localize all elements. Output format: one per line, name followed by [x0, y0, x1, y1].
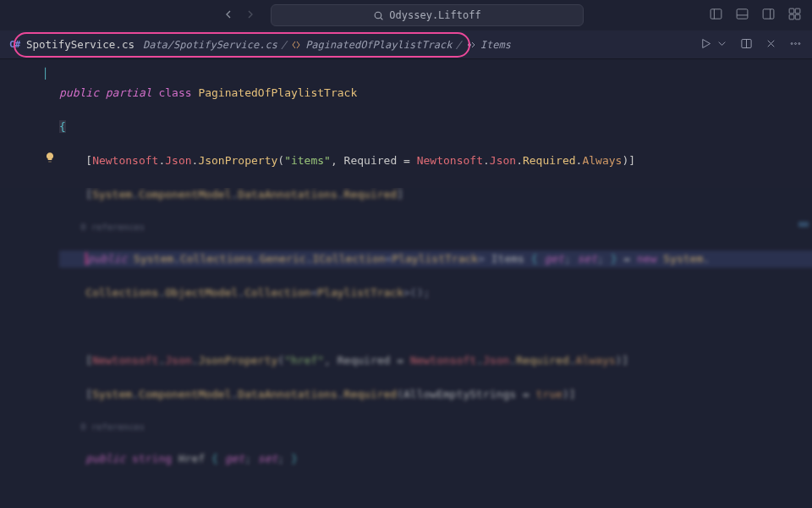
- code-content[interactable]: public partial class PaginatedOfPlaylist…: [59, 59, 812, 508]
- csharp-file-icon: C#: [8, 38, 21, 51]
- title-bar: Odyssey.Liftoff: [0, 0, 812, 30]
- svg-rect-6: [763, 9, 774, 19]
- svg-point-0: [375, 12, 381, 19]
- more-actions-icon[interactable]: [789, 37, 802, 52]
- breadcrumb-class: PaginatedOfPlaylistTrack: [305, 39, 452, 51]
- close-tab-button[interactable]: [765, 37, 777, 52]
- run-button[interactable]: [700, 37, 712, 52]
- svg-rect-10: [789, 14, 794, 19]
- svg-line-1: [381, 17, 382, 19]
- tab-spotifyservice[interactable]: C# SpotifyService.cs: [0, 30, 143, 58]
- svg-point-20: [798, 42, 800, 44]
- forward-button[interactable]: [244, 8, 257, 24]
- svg-point-18: [791, 42, 793, 44]
- code-editor[interactable]: │ public partial class PaginatedOfPlayli…: [0, 59, 812, 508]
- breadcrumb-member: Items: [480, 39, 511, 51]
- svg-point-19: [795, 42, 797, 44]
- property-icon: [465, 39, 477, 51]
- search-icon: [373, 10, 384, 21]
- search-text: Odyssey.Liftoff: [389, 9, 480, 21]
- layout-toggle-right-icon[interactable]: [761, 7, 776, 24]
- svg-marker-13: [703, 39, 710, 47]
- layout-toggle-left-icon[interactable]: [709, 7, 723, 24]
- svg-point-12: [468, 43, 470, 46]
- svg-rect-4: [737, 9, 748, 19]
- minimap-marker: [798, 222, 809, 227]
- customize-layout-icon[interactable]: [787, 7, 802, 24]
- split-editor-icon[interactable]: [740, 37, 753, 52]
- layout-toggle-bottom-icon[interactable]: [735, 7, 749, 24]
- svg-rect-8: [789, 8, 794, 14]
- svg-rect-2: [710, 9, 721, 19]
- breadcrumb[interactable]: Data/SpotifyService.cs / PaginatedOfPlay…: [143, 39, 511, 51]
- svg-rect-11: [795, 14, 800, 19]
- tab-filename: SpotifyService.cs: [26, 38, 134, 51]
- folding-gutter: │: [42, 59, 59, 508]
- back-button[interactable]: [222, 8, 235, 24]
- class-icon: [290, 39, 302, 51]
- svg-rect-9: [795, 8, 800, 14]
- run-dropdown-icon[interactable]: [716, 37, 728, 52]
- line-gutter: [0, 59, 42, 508]
- command-center-search[interactable]: Odyssey.Liftoff: [271, 4, 584, 26]
- lightbulb-icon[interactable]: [44, 152, 56, 163]
- tab-bar: C# SpotifyService.cs Data/SpotifyService…: [0, 30, 812, 59]
- breadcrumb-path: Data/SpotifyService.cs: [143, 39, 277, 51]
